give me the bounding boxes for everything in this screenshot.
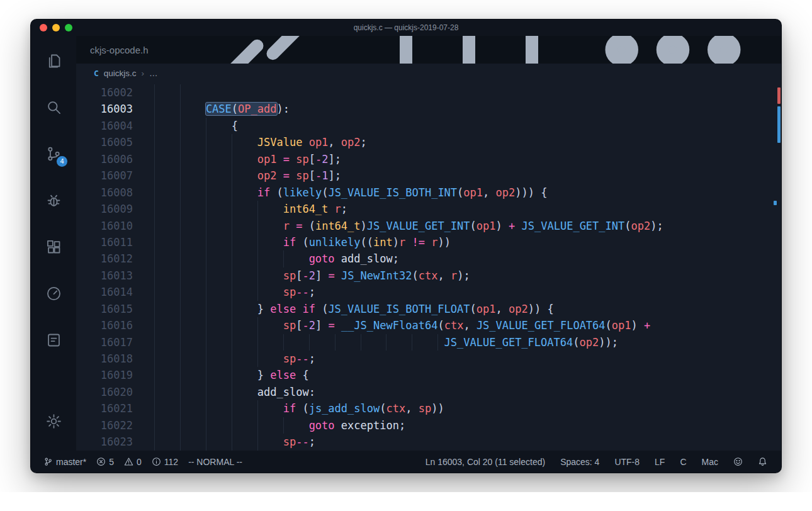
indent-guide: [206, 151, 232, 167]
indent-guide: [154, 167, 180, 184]
overview-mark: [777, 106, 781, 143]
line-number: 16023: [76, 434, 133, 450]
activity-item-explorer[interactable]: [31, 37, 76, 84]
code-line[interactable]: op2 = sp[-1];: [154, 167, 781, 184]
status-git-branch[interactable]: master*: [43, 457, 86, 467]
tab-ckjs-opcode.h[interactable]: ckjs-opcode.h: [76, 36, 157, 64]
indent-guide: [232, 384, 257, 400]
title-bar: quickjs.c — quickjs-2019-07-28: [31, 20, 781, 36]
indent-guide: [154, 367, 180, 383]
code-line[interactable]: if (likely(JS_VALUE_IS_BOTH_INT(op1, op2…: [154, 184, 781, 201]
code-line[interactable]: goto exception;: [154, 417, 781, 434]
code-line[interactable]: if (unlikely((int)r != r)): [154, 234, 781, 250]
status-notifications[interactable]: [758, 457, 767, 466]
indent-guide: [257, 218, 283, 234]
status-infos[interactable]: 112: [152, 457, 178, 467]
editor[interactable]: 1600216003160041600516006160071600816009…: [76, 82, 781, 451]
code-line[interactable]: [154, 84, 781, 101]
status-encoding[interactable]: UTF-8: [614, 457, 640, 467]
status-os[interactable]: Mac: [702, 457, 718, 467]
activity-item-gauge[interactable]: [31, 270, 76, 317]
indent-guide: [154, 267, 180, 284]
indent-guide: [154, 234, 180, 250]
line-number: 16014: [76, 284, 133, 300]
activity-item-settings[interactable]: [31, 398, 76, 444]
activity-item-debug[interactable]: [31, 177, 76, 223]
code-line[interactable]: sp[-2] = JS_NewInt32(ctx, r);: [154, 267, 781, 284]
code-line[interactable]: sp--;: [154, 284, 781, 300]
line-number: 16010: [76, 218, 133, 234]
status-warnings[interactable]: 0: [124, 457, 142, 467]
indent-guide: [180, 384, 206, 400]
code-line[interactable]: sp--;: [154, 351, 781, 367]
indent-guide: [180, 267, 206, 284]
status-vim-mode[interactable]: -- NORMAL --: [188, 457, 242, 467]
close-window-button[interactable]: [40, 24, 47, 31]
activity-item-search[interactable]: [31, 84, 76, 130]
line-number: 16022: [76, 417, 133, 434]
indent-guide: [180, 167, 206, 184]
breadcrumb-file[interactable]: quickjs.c: [104, 69, 137, 78]
indent-guide: [154, 184, 180, 201]
code-line[interactable]: sp--;: [154, 434, 781, 450]
window-title: quickjs.c — quickjs-2019-07-28: [31, 23, 781, 32]
indent-guide: [206, 367, 232, 383]
indent-guide: [206, 250, 232, 267]
code-line[interactable]: add_slow:: [154, 384, 781, 400]
status-indentation[interactable]: Spaces: 4: [560, 457, 599, 467]
indent-guide: [232, 267, 257, 284]
activity-item-source-control[interactable]: 4: [31, 130, 76, 177]
code-line[interactable]: CASE(OP_add):: [154, 101, 781, 117]
info-icon: [152, 457, 161, 466]
indent-guide: [257, 400, 283, 417]
breadcrumb-more[interactable]: …: [149, 69, 158, 78]
indent-guide: [206, 317, 232, 334]
code-line[interactable]: sp[-2] = __JS_NewFloat64(ctx, JS_VALUE_G…: [154, 317, 781, 334]
code-line[interactable]: op1 = sp[-2];: [154, 151, 781, 167]
activity-bar: 4: [31, 36, 76, 451]
code-line[interactable]: {: [154, 118, 781, 134]
status-cursor-position[interactable]: Ln 16003, Col 20 (11 selected): [426, 457, 545, 467]
line-number: 16016: [76, 317, 133, 334]
code-line[interactable]: JSValue op1, op2;: [154, 134, 781, 150]
code-line[interactable]: int64_t r;: [154, 201, 781, 217]
indent-guide: [180, 101, 206, 117]
indent-guide: [154, 384, 180, 400]
indent-guide: [257, 334, 283, 351]
indent-guide: [180, 284, 206, 300]
indent-guide: [154, 334, 180, 351]
indent-guide: [257, 250, 283, 267]
indent-guide: [206, 167, 232, 184]
code-line[interactable]: } else if (JS_VALUE_IS_BOTH_FLOAT(op1, o…: [154, 301, 781, 317]
activity-item-notebook[interactable]: [31, 317, 76, 363]
line-number: 16020: [76, 384, 133, 400]
indent-guide: [257, 434, 283, 450]
code-line[interactable]: if (js_add_slow(ctx, sp)): [154, 400, 781, 417]
status-infos-label: 112: [164, 457, 178, 467]
status-encoding-label: UTF-8: [614, 457, 640, 467]
status-errors[interactable]: 5: [96, 457, 114, 467]
minimize-window-button[interactable]: [52, 24, 60, 31]
line-number: 16006: [76, 151, 133, 167]
zoom-window-button[interactable]: [65, 24, 72, 31]
status-warnings-label: 0: [137, 457, 142, 467]
status-bar: master*50112-- NORMAL -- Ln 16003, Col 2…: [31, 451, 781, 473]
indent-guide: [232, 284, 257, 300]
overview-ruler[interactable]: [772, 82, 781, 451]
status-language-mode[interactable]: C: [680, 457, 686, 467]
code-line[interactable]: goto add_slow;: [154, 250, 781, 267]
status-feedback[interactable]: [733, 457, 743, 466]
code-line[interactable]: JS_VALUE_GET_FLOAT64(op2));: [154, 334, 781, 351]
selection-highlight: CASE(OP_add: [206, 103, 277, 115]
line-number: 16009: [76, 201, 133, 217]
search-icon: [45, 99, 62, 116]
activity-item-extensions[interactable]: [31, 223, 76, 270]
code-line[interactable]: } else {: [154, 367, 781, 383]
code-lines[interactable]: CASE(OP_add):{JSValue op1, op2;op1 = sp[…: [154, 84, 781, 451]
status-eol[interactable]: LF: [655, 457, 665, 467]
indent-guide: [309, 334, 335, 351]
gear-icon: [45, 413, 62, 430]
indent-guide: [180, 317, 206, 334]
indent-guide: [154, 218, 180, 234]
code-line[interactable]: r = (int64_t)JS_VALUE_GET_INT(op1) + JS_…: [154, 218, 781, 234]
